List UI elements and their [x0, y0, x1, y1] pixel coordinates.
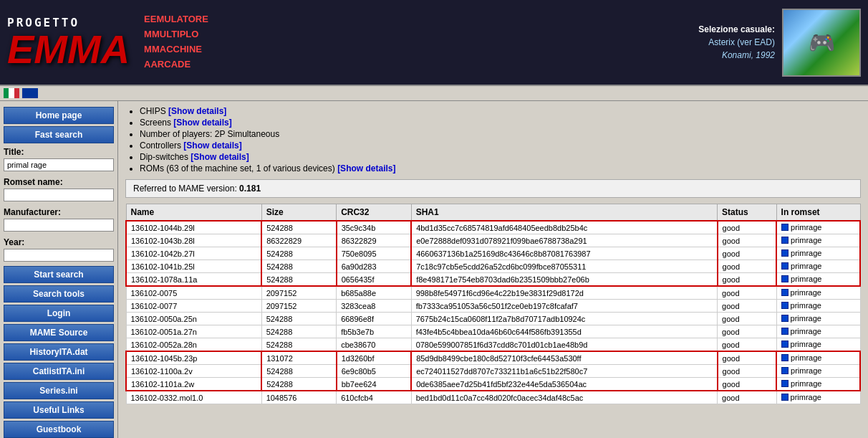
crc-cell: 750e8095 — [337, 247, 412, 260]
size-cell: 2097152 — [261, 300, 337, 313]
romset-cell: primrage — [776, 300, 860, 313]
manufacturer-input[interactable] — [4, 219, 114, 232]
main-layout: Home page Fast search Title: Romset name… — [0, 101, 868, 438]
romset-input[interactable] — [4, 189, 114, 201]
crc-cell: fb5b3e7b — [337, 325, 412, 338]
size-cell: 131072 — [261, 351, 337, 365]
table-row: 136102-1101a.2w524288bb7ee6240de6385aee7… — [126, 378, 860, 391]
show-details-link[interactable]: [Show details] — [337, 163, 395, 173]
sha1-cell: bed1bd0d11c0a7cc48d020fc0acec34daf48c5ac — [411, 391, 717, 404]
romset-cell: primrage — [776, 338, 860, 352]
name-cell: 136102-1042b.27l — [126, 247, 261, 260]
home-page-button[interactable]: Home page — [4, 107, 114, 124]
status-cell: good — [718, 351, 776, 365]
romset-color-indicator — [781, 315, 789, 322]
romset-cell: primrage — [776, 286, 860, 300]
sha1-cell: 7675b24c15ca0608f11f2a7b8d70717adb10924c — [411, 313, 717, 325]
table-row: 136102-0332.mol1.01048576610cfcb4bed1bd0… — [126, 391, 860, 404]
name-cell: 136102-1043b.28l — [126, 234, 261, 247]
sha1-cell: 85d9db8499cbe180c8d52710f3cfe64453a530ff — [411, 351, 717, 365]
romset-name: primrage — [791, 366, 821, 375]
sha1-cell: e0e72888def0931d078921f099bae6788738a291 — [411, 234, 717, 247]
table-row: 136102-1045b.23p1310721d3260bf85d9db8499… — [126, 351, 860, 365]
romset-cell: primrage — [776, 247, 860, 260]
size-cell: 1048576 — [261, 391, 337, 404]
name-cell: 136102-1045b.23p — [126, 351, 261, 365]
status-cell: good — [718, 391, 776, 404]
romset-cell: primrage — [776, 273, 860, 287]
header-right: Selezione casuale: Asterix (ver EAD) Kon… — [698, 9, 861, 77]
name-cell: 136102-0332.mol1.0 — [126, 391, 261, 404]
size-cell: 86322829 — [261, 234, 337, 247]
crc-cell: 610cfcb4 — [337, 391, 412, 404]
rom-table: NameSizeCRC32SHA1StatusIn romset 136102-… — [125, 204, 861, 404]
guestbook-button[interactable]: Guestbook — [4, 421, 114, 438]
show-details-link[interactable]: [Show details] — [183, 141, 241, 151]
romset-cell: primrage — [776, 351, 860, 365]
search-tools-button[interactable]: Search tools — [4, 285, 114, 303]
manufacturer-label: Manufacturer: — [4, 207, 114, 217]
size-cell: 524288 — [261, 273, 337, 287]
status-cell: good — [718, 286, 776, 300]
uk-flag[interactable] — [22, 88, 38, 98]
size-cell: 524288 — [261, 378, 337, 391]
name-cell: 136102-0075 — [126, 286, 261, 300]
size-cell: 524288 — [261, 313, 337, 325]
size-cell: 2097152 — [261, 286, 337, 300]
year-label: Year: — [4, 237, 114, 247]
table-row: 136102-1100a.2v5242886e9c80b5ec724011527… — [126, 365, 860, 378]
romset-color-indicator — [781, 380, 789, 387]
table-row: 136102-1042b.27l524288750e80954660637136… — [126, 247, 860, 260]
info-item: ROMs (63 of the machine set, 1 of variou… — [140, 163, 861, 173]
romset-name: primrage — [791, 393, 821, 401]
table-row: 136102-0050a.25n52428866896e8f7675b24c15… — [126, 313, 860, 325]
status-cell: good — [718, 247, 776, 260]
login-button[interactable]: Login — [4, 305, 114, 322]
romset-color-indicator — [781, 354, 789, 361]
size-cell: 524288 — [261, 338, 337, 352]
table-row: 136102-007720971523283cea8fb7333ca951053… — [126, 300, 860, 313]
catlist-button[interactable]: CatlistITA.ini — [4, 363, 114, 380]
table-header-size: Size — [261, 204, 337, 222]
romset-cell: primrage — [776, 313, 860, 325]
title-input[interactable] — [4, 158, 114, 171]
sha1-cell: ec724011527dd8707c733211b1a6c51b22f580c7 — [411, 365, 717, 378]
start-search-button[interactable]: Start search — [4, 266, 114, 283]
romset-color-indicator — [781, 237, 789, 244]
romset-color-indicator — [781, 224, 789, 231]
logo-progetta: PROGETTO EMMA — [7, 16, 130, 70]
romset-cell: primrage — [776, 378, 860, 391]
flag-bar — [0, 86, 868, 101]
table-header-name: Name — [126, 204, 261, 222]
year-input[interactable] — [4, 249, 114, 262]
history-button[interactable]: HistoryITA.dat — [4, 343, 114, 361]
series-button[interactable]: Series.ini — [4, 382, 114, 399]
mame-version-number: 0.181 — [239, 184, 261, 194]
name-cell: 136102-0052a.28n — [126, 338, 261, 352]
fast-search-button[interactable]: Fast search — [4, 126, 114, 143]
romset-cell: primrage — [776, 260, 860, 273]
table-row: 136102-0052a.28n524288cbe386700780e59900… — [126, 338, 860, 352]
show-details-link[interactable]: [Show details] — [191, 152, 249, 162]
romset-color-indicator — [781, 249, 789, 257]
crc-cell: 6e9c80b5 — [337, 365, 412, 378]
name-cell: 136102-1100a.2v — [126, 365, 261, 378]
random-game-screenshot[interactable] — [782, 9, 861, 77]
romset-name: primrage — [791, 275, 821, 283]
romset-name: primrage — [791, 236, 821, 244]
romset-cell: primrage — [776, 391, 860, 404]
mame-source-button[interactable]: MAME Source — [4, 324, 114, 341]
sha1-cell: 4bd1d35cc7c68574819afd648405eedb8db25b4c — [411, 221, 717, 234]
italian-flag[interactable] — [4, 88, 19, 98]
crc-cell: 66896e8f — [337, 313, 412, 325]
name-cell: 136102-0077 — [126, 300, 261, 313]
crc-cell: bb7ee624 — [337, 378, 412, 391]
show-details-link[interactable]: [Show details] — [173, 118, 231, 128]
table-header-status: Status — [718, 204, 776, 222]
show-details-link[interactable]: [Show details] — [168, 106, 226, 116]
table-header-in-romset: In romset — [776, 204, 860, 222]
status-cell: good — [718, 234, 776, 247]
emma-logo: EMMA — [7, 29, 130, 70]
size-cell: 524288 — [261, 221, 337, 234]
useful-links-button[interactable]: Useful Links — [4, 401, 114, 419]
